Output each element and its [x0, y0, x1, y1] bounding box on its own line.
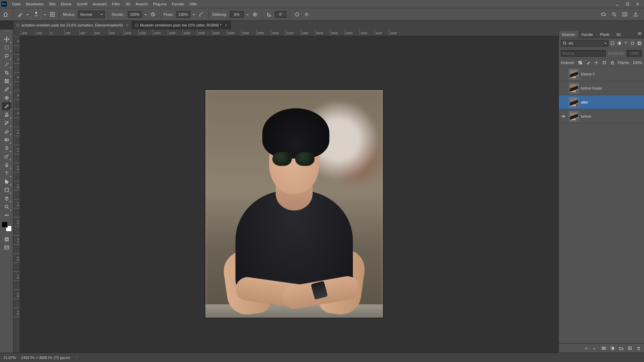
blur-tool[interactable] — [2, 144, 11, 152]
layer-name[interactable]: before Kopie — [581, 86, 643, 90]
chevron-down-icon[interactable] — [246, 11, 249, 18]
layer-row[interactable]: ▫before Kopie — [559, 81, 644, 95]
frame-tool[interactable] — [2, 77, 11, 85]
hand-tool[interactable] — [2, 194, 11, 202]
panel-tab-3d[interactable]: 3D — [613, 31, 624, 38]
menu-datei[interactable]: Datei — [9, 0, 23, 8]
menu-auswahl[interactable]: Auswahl — [90, 0, 109, 8]
layer-fx-icon[interactable]: fx — [592, 346, 598, 351]
crop-tool[interactable] — [2, 69, 11, 77]
workspace-icon[interactable] — [621, 11, 629, 18]
window-restore[interactable] — [623, 0, 633, 8]
document-dimensions[interactable]: 2432 Px × 3000 Px (72 ppcm) — [21, 356, 70, 360]
screenmode-button[interactable] — [2, 244, 11, 252]
filter-smart-icon[interactable] — [637, 41, 642, 46]
lock-artboard-icon[interactable] — [602, 60, 607, 65]
menu-bearbeiten[interactable]: Bearbeiten — [23, 0, 47, 8]
airbrush-button[interactable] — [198, 11, 205, 18]
horizontal-ruler[interactable]: -400-20002004006008001000120014001600180… — [20, 29, 558, 36]
blend-mode-dropdown[interactable]: Normal — [78, 11, 105, 18]
layer-thumbnail[interactable]: ▫ — [569, 97, 579, 107]
visibility-toggle[interactable] — [560, 99, 567, 106]
window-close[interactable] — [633, 0, 643, 8]
opacity-field[interactable]: 100% — [128, 11, 142, 18]
visibility-toggle[interactable] — [560, 71, 567, 77]
layer-fill-field[interactable]: 100% — [633, 61, 642, 65]
panel-tab-kanäle[interactable]: Kanäle — [578, 31, 596, 38]
zoom-level[interactable]: 21,97% — [3, 356, 16, 360]
filter-adjust-icon[interactable] — [616, 41, 622, 46]
menu-filter[interactable]: Filter — [109, 0, 123, 8]
filter-shape-icon[interactable] — [630, 41, 635, 46]
layer-thumbnail[interactable]: ▫ — [569, 83, 579, 93]
gradient-tool[interactable] — [2, 136, 11, 144]
layer-thumbnail[interactable]: ▫ — [569, 69, 579, 79]
layer-row[interactable]: ▫Ebene 2 — [559, 67, 644, 81]
eyedropper-tool[interactable] — [2, 85, 11, 94]
panel-grip[interactable] — [2, 31, 11, 34]
brush-settings-button[interactable] — [49, 11, 56, 18]
document-tab[interactable]: schatten erstellen.psdc bei 23,6% (schat… — [13, 21, 132, 29]
layer-opacity-field[interactable]: 100% — [627, 50, 642, 57]
lock-transparent-icon[interactable] — [578, 60, 583, 65]
eraser-tool[interactable] — [2, 127, 11, 135]
layer-name[interactable]: before — [581, 114, 643, 118]
menu-schrift[interactable]: Schrift — [74, 0, 90, 8]
smoothing-field[interactable]: 0% — [230, 11, 244, 18]
layer-row[interactable]: ▫before — [559, 109, 644, 123]
path-select-tool[interactable] — [2, 178, 11, 186]
edit-toolbar[interactable] — [2, 211, 11, 219]
visibility-toggle[interactable] — [560, 113, 567, 120]
flow-field[interactable]: 100% — [176, 11, 190, 18]
lock-position-icon[interactable] — [594, 60, 599, 65]
group-layers-icon[interactable] — [619, 346, 624, 351]
statusbar-more[interactable]: 〉 — [76, 355, 78, 360]
filter-type-icon[interactable] — [623, 41, 629, 46]
layer-blend-dropdown[interactable]: Normal — [561, 50, 606, 57]
marquee-tool[interactable] — [2, 44, 11, 52]
window-minimize[interactable] — [612, 0, 623, 8]
pressure-opacity-button[interactable] — [149, 11, 157, 18]
symmetry-button[interactable] — [303, 11, 310, 18]
history-brush-tool[interactable] — [2, 119, 11, 127]
canvas-area[interactable]: -400-20002004006008001000120014001600180… — [13, 29, 558, 353]
document-tab[interactable]: Muskeln verstärken.psdc bei 22% (after, … — [132, 21, 231, 29]
chevron-down-icon[interactable] — [192, 11, 196, 18]
layer-name[interactable]: after — [581, 100, 643, 104]
menu-3d[interactable]: 3D — [123, 0, 133, 8]
lock-all-icon[interactable] — [610, 60, 615, 65]
chevron-down-icon[interactable] — [26, 11, 29, 18]
vertical-ruler[interactable]: 024681 01 21 41 61 82 02 22 42 62 83 0 — [13, 36, 20, 353]
healing-tool[interactable] — [2, 94, 11, 102]
new-layer-icon[interactable] — [627, 346, 633, 351]
tool-preset-picker[interactable] — [16, 11, 24, 18]
panel-menu-icon[interactable] — [635, 30, 644, 38]
panel-tab-ebenen[interactable]: Ebenen — [559, 31, 578, 38]
delete-layer-icon[interactable] — [636, 346, 641, 351]
adjustment-layer-icon[interactable] — [610, 346, 615, 351]
angle-field[interactable]: 4° — [275, 11, 286, 18]
layer-filter-dropdown[interactable]: Art — [561, 40, 608, 47]
home-button[interactable] — [2, 11, 9, 18]
quickmask-button[interactable] — [2, 235, 11, 243]
close-icon[interactable]: × — [126, 23, 128, 27]
menu-hilfe[interactable]: Hilfe — [187, 0, 200, 8]
search-icon[interactable] — [610, 11, 618, 18]
smoothing-options-button[interactable] — [251, 11, 259, 18]
layer-mask-icon[interactable] — [601, 346, 606, 351]
zoom-tool[interactable] — [2, 203, 11, 211]
lasso-tool[interactable] — [2, 52, 11, 60]
layer-thumbnail[interactable]: ▫ — [569, 111, 579, 121]
shape-tool[interactable] — [2, 186, 11, 194]
menu-ansicht[interactable]: Ansicht — [133, 0, 150, 8]
layer-name[interactable]: Ebene 2 — [581, 72, 643, 76]
move-tool[interactable] — [2, 35, 11, 43]
chevron-down-icon[interactable] — [144, 11, 147, 18]
link-layers-icon[interactable] — [584, 346, 589, 351]
ruler-origin[interactable] — [13, 29, 20, 36]
chevron-down-icon[interactable] — [43, 11, 47, 18]
dodge-tool[interactable] — [2, 153, 11, 161]
menu-ebene[interactable]: Ebene — [58, 0, 74, 8]
lock-pixels-icon[interactable] — [586, 60, 591, 65]
stamp-tool[interactable] — [2, 111, 11, 119]
